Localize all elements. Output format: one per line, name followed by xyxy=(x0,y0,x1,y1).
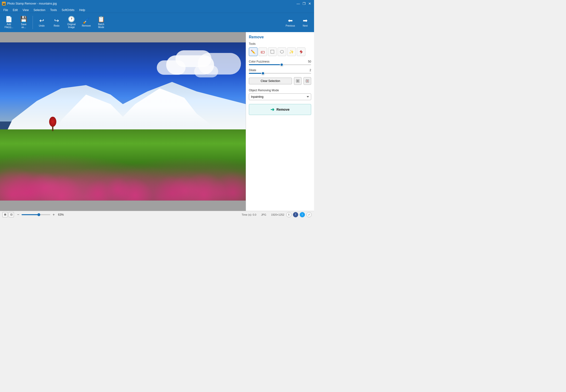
original-image-button[interactable]: 🕐 OriginalImage xyxy=(64,14,78,31)
time-label: Time (s): 0.0 xyxy=(242,213,256,216)
social-buttons: ℹ f t ⤢ xyxy=(286,212,312,217)
menu-selection[interactable]: Selection xyxy=(31,8,48,12)
color-fuzziness-header: Color Fuzziness 50 xyxy=(249,60,311,63)
toolbar-separator-1 xyxy=(33,16,33,29)
red-tree xyxy=(49,117,56,131)
dilate-thumb[interactable] xyxy=(261,72,265,75)
title-bar-controls: — ❐ ✕ xyxy=(296,1,312,6)
previous-button[interactable]: ⬅ Previous xyxy=(283,14,297,31)
minimize-button[interactable]: — xyxy=(296,1,301,6)
zoom-out-button[interactable]: − xyxy=(16,212,21,217)
redo-label: Redo xyxy=(54,25,59,27)
batch-mode-label: BatchMode xyxy=(98,23,104,29)
next-button[interactable]: ➡ Next xyxy=(298,14,312,31)
brush-tool-button[interactable]: ✏️ xyxy=(249,47,258,56)
color-fuzziness-fill xyxy=(249,64,280,65)
save-as-button[interactable]: 💾 Saveas... xyxy=(17,14,31,31)
zoom-in-button[interactable]: + xyxy=(51,212,56,217)
redo-button[interactable]: ↪ Redo xyxy=(50,14,63,31)
menu-file[interactable]: File xyxy=(1,8,10,12)
svg-rect-1 xyxy=(271,50,274,54)
canvas-view-icons: ⊞ ⊡ xyxy=(2,212,14,217)
dilate-slider[interactable] xyxy=(249,73,311,74)
original-image-icon: 🕐 xyxy=(68,16,75,22)
clear-selection-button[interactable]: Clear Selection xyxy=(249,78,292,84)
restore-button[interactable]: ❐ xyxy=(302,1,306,6)
color-fuzziness-row: Color Fuzziness 50 xyxy=(249,60,311,65)
menu-tools[interactable]: Tools xyxy=(48,8,59,12)
dilate-fill xyxy=(249,73,261,74)
menu-help[interactable]: Help xyxy=(77,8,88,12)
rect-select-tool-button[interactable] xyxy=(268,47,277,56)
menu-bar: File Edit View Selection Tools SoftOrbit… xyxy=(0,7,314,13)
tools-row: ✏️ ✨ xyxy=(249,47,311,56)
zoom-controls: − + 63% xyxy=(16,212,64,217)
toolbar: 📄 AddFile(s)... 💾 Saveas... ↩ Undo ↪ Red… xyxy=(0,13,314,32)
remove-arrow-icon: ➜ xyxy=(270,107,275,112)
svg-line-3 xyxy=(301,54,301,54)
next-icon: ➡ xyxy=(303,18,307,24)
actual-size-button[interactable]: ⊡ xyxy=(9,212,14,217)
info-button[interactable]: ℹ xyxy=(286,212,291,217)
remove-button[interactable]: ➜ Remove xyxy=(249,104,311,115)
zoom-value: 63% xyxy=(58,213,64,216)
magic-wand-tool-button[interactable]: ✨ xyxy=(287,47,296,56)
flowers-detail xyxy=(0,145,246,201)
color-fuzziness-value: 50 xyxy=(308,60,311,63)
eraser-tool-button[interactable] xyxy=(259,47,267,56)
tools-label: Tools xyxy=(249,42,311,45)
twitter-button[interactable]: t xyxy=(300,212,305,217)
menu-edit[interactable]: Edit xyxy=(10,8,20,12)
title-bar-left: 📷 Photo Stamp Remover - mountains.jpg xyxy=(2,2,57,5)
zoom-slider-thumb[interactable] xyxy=(37,213,40,216)
color-fuzziness-thumb[interactable] xyxy=(280,63,283,66)
facebook-button[interactable]: f xyxy=(293,212,298,217)
lasso-tool-button[interactable] xyxy=(278,47,286,56)
zoom-slider[interactable] xyxy=(22,214,50,215)
zoom-slider-fill xyxy=(22,214,39,215)
canvas-area[interactable] xyxy=(0,32,246,211)
title-bar: 📷 Photo Stamp Remover - mountains.jpg — … xyxy=(0,0,314,7)
next-label: Next xyxy=(303,25,308,27)
canvas-image xyxy=(0,42,246,201)
color-fuzziness-slider[interactable] xyxy=(249,64,311,65)
batch-mode-button[interactable]: 📋 BatchMode xyxy=(94,14,108,31)
undo-icon: ↩ xyxy=(39,18,44,24)
remove-toolbar-button[interactable]: 🖌️ Remove xyxy=(79,14,93,31)
right-panel: Remove Tools ✏️ ✨ Color Fuzziness 50 xyxy=(246,32,314,211)
remove-button-label: Remove xyxy=(276,108,289,112)
menu-softorbits[interactable]: SoftOrbits xyxy=(59,8,77,12)
window-title: Photo Stamp Remover - mountains.jpg xyxy=(7,2,57,5)
previous-icon: ⬅ xyxy=(288,18,293,24)
clear-selection-row: Clear Selection xyxy=(249,77,311,85)
redo-icon: ↪ xyxy=(54,18,59,24)
original-image-label: OriginalImage xyxy=(67,23,75,29)
undo-button[interactable]: ↩ Undo xyxy=(35,14,49,31)
image-format: JPG xyxy=(261,213,266,216)
add-files-icon: 📄 xyxy=(5,16,13,22)
remove-toolbar-label: Remove xyxy=(82,25,91,27)
share-button[interactable]: ⤢ xyxy=(306,212,312,217)
scene xyxy=(0,42,246,201)
previous-label: Previous xyxy=(286,25,295,27)
status-info: Time (s): 0.0 JPG 1920×1252 xyxy=(242,213,284,216)
remove-toolbar-icon: 🖌️ xyxy=(83,18,90,24)
svg-point-2 xyxy=(280,50,284,53)
close-button[interactable]: ✕ xyxy=(307,1,312,6)
image-dimensions: 1920×1252 xyxy=(271,213,284,216)
panel-title: Remove xyxy=(249,35,311,39)
status-bar: ⊞ ⊡ − + 63% Time (s): 0.0 JPG 1920×1252 … xyxy=(0,211,314,218)
save-as-icon: 💾 xyxy=(20,16,27,22)
select-inside-button[interactable] xyxy=(294,77,302,85)
add-files-button[interactable]: 📄 AddFile(s)... xyxy=(2,14,16,31)
pin-tool-button[interactable] xyxy=(297,47,305,56)
dilate-row: Dilate 2 xyxy=(249,69,311,74)
main-layout: Remove Tools ✏️ ✨ Color Fuzziness 50 xyxy=(0,32,314,211)
color-fuzziness-label: Color Fuzziness xyxy=(249,60,269,63)
object-removing-mode-select[interactable]: Inpainting Smart Fill Content Aware xyxy=(249,93,311,100)
undo-label: Undo xyxy=(39,25,44,27)
add-files-label: AddFile(s)... xyxy=(5,23,13,29)
invert-selection-button[interactable] xyxy=(304,77,311,85)
menu-view[interactable]: View xyxy=(20,8,31,12)
fit-to-window-button[interactable]: ⊞ xyxy=(2,212,8,217)
